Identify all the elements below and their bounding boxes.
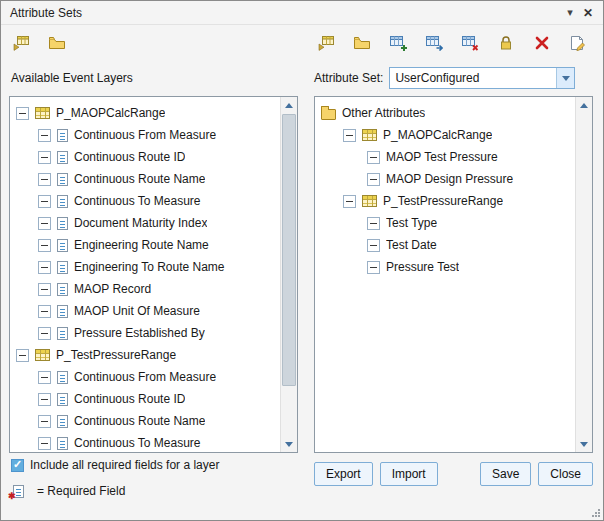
include-required-fields-row[interactable]: Include all required fields for a layer bbox=[11, 458, 219, 472]
tree-label: MAOP Record bbox=[74, 282, 151, 296]
left-scrollbar[interactable] bbox=[280, 97, 297, 452]
collapse-icon[interactable] bbox=[38, 217, 51, 230]
edit-attribute-set-icon[interactable] bbox=[566, 31, 590, 55]
tree-row-field[interactable]: Continuous Route Name bbox=[10, 168, 280, 190]
collapse-icon[interactable] bbox=[38, 393, 51, 406]
resize-grip[interactable] bbox=[590, 507, 601, 518]
tree-row-field[interactable]: Continuous Route ID bbox=[10, 388, 280, 410]
available-layers-panel: P_MAOPCalcRange Continuous From Measure … bbox=[9, 96, 298, 453]
required-field-icon bbox=[13, 485, 24, 498]
tree-row-field[interactable]: MAOP Record bbox=[10, 278, 280, 300]
titlebar[interactable]: Attribute Sets bbox=[1, 1, 603, 25]
tree-row-field[interactable]: Test Type bbox=[315, 212, 575, 234]
collapse-icon[interactable] bbox=[38, 261, 51, 274]
required-field-legend: = Required Field bbox=[13, 484, 125, 498]
scroll-up-icon[interactable] bbox=[281, 97, 297, 113]
collapse-icon[interactable] bbox=[38, 415, 51, 428]
available-layers-label: Available Event Layers bbox=[11, 71, 133, 85]
save-button[interactable]: Save bbox=[480, 462, 531, 486]
collapse-icon[interactable] bbox=[38, 371, 51, 384]
export-button[interactable]: Export bbox=[314, 462, 373, 486]
scroll-down-icon[interactable] bbox=[576, 436, 592, 452]
event-layer-icon bbox=[35, 107, 50, 119]
tree-row-field[interactable]: MAOP Design Pressure bbox=[315, 168, 575, 190]
collapse-icon[interactable] bbox=[16, 349, 29, 362]
scroll-up-icon[interactable] bbox=[576, 97, 592, 113]
collapse-icon[interactable] bbox=[38, 129, 51, 142]
tree-row-field[interactable]: Continuous To Measure bbox=[10, 190, 280, 212]
tree-label: Continuous To Measure bbox=[74, 436, 201, 450]
delete-attribute-set-icon[interactable] bbox=[530, 31, 554, 55]
lock-attribute-set-icon[interactable] bbox=[494, 31, 518, 55]
collapse-icon[interactable] bbox=[367, 239, 380, 252]
collapse-icon[interactable] bbox=[38, 239, 51, 252]
scroll-thumb[interactable] bbox=[282, 114, 296, 386]
tree-row-field[interactable]: MAOP Test Pressure bbox=[315, 146, 575, 168]
collapse-icon[interactable] bbox=[38, 327, 51, 340]
collapse-icon[interactable] bbox=[343, 195, 356, 208]
new-attribute-set-icon[interactable] bbox=[314, 31, 338, 55]
open-attribute-set-icon[interactable] bbox=[350, 31, 374, 55]
tree-row-field[interactable]: Continuous To Measure bbox=[10, 432, 280, 452]
tree-label: Pressure Test bbox=[386, 260, 459, 274]
collapse-icon[interactable] bbox=[38, 305, 51, 318]
collapse-icon[interactable] bbox=[16, 107, 29, 120]
tree-row-field[interactable]: Engineering Route Name bbox=[10, 234, 280, 256]
include-required-checkbox[interactable] bbox=[11, 459, 24, 472]
right-scrollbar[interactable] bbox=[575, 97, 592, 452]
field-icon bbox=[57, 371, 68, 384]
add-attribute-icon[interactable] bbox=[386, 31, 410, 55]
field-icon bbox=[57, 305, 68, 318]
tree-row-layer[interactable]: P_MAOPCalcRange bbox=[315, 124, 575, 146]
collapse-icon[interactable] bbox=[367, 151, 380, 164]
field-icon bbox=[57, 217, 68, 230]
tree-row-layer[interactable]: P_MAOPCalcRange bbox=[10, 102, 280, 124]
tree-row-field[interactable]: Document Maturity Index bbox=[10, 212, 280, 234]
tree-label: P_MAOPCalcRange bbox=[383, 128, 492, 142]
tree-label: P_MAOPCalcRange bbox=[56, 106, 165, 120]
tree-row-field[interactable]: Engineering To Route Name bbox=[10, 256, 280, 278]
include-required-label: Include all required fields for a layer bbox=[30, 458, 219, 472]
scroll-down-icon[interactable] bbox=[281, 436, 297, 452]
tree-row-field[interactable]: Continuous From Measure bbox=[10, 124, 280, 146]
collapse-icon[interactable] bbox=[38, 173, 51, 186]
collapse-icon[interactable] bbox=[38, 195, 51, 208]
collapse-icon[interactable] bbox=[367, 261, 380, 274]
collapse-icon[interactable] bbox=[38, 437, 51, 450]
tree-row-field[interactable]: Continuous Route ID bbox=[10, 146, 280, 168]
tree-row-root[interactable]: Other Attributes bbox=[315, 102, 575, 124]
attribute-set-dropdown[interactable]: UserConfigured bbox=[389, 67, 575, 89]
field-icon bbox=[57, 151, 68, 164]
field-icon bbox=[57, 261, 68, 274]
tree-label: Continuous Route ID bbox=[74, 392, 185, 406]
tree-row-field[interactable]: MAOP Unit Of Measure bbox=[10, 300, 280, 322]
collapse-icon[interactable] bbox=[367, 173, 380, 186]
collapse-icon[interactable] bbox=[38, 283, 51, 296]
dropdown-button[interactable] bbox=[556, 68, 574, 88]
tree-row-layer[interactable]: P_TestPressureRange bbox=[10, 344, 280, 366]
open-event-layers-icon[interactable] bbox=[45, 31, 69, 55]
collapse-icon[interactable] bbox=[367, 217, 380, 230]
tree-row-field[interactable]: Continuous From Measure bbox=[10, 366, 280, 388]
close-icon[interactable] bbox=[579, 4, 597, 22]
tree-label: MAOP Design Pressure bbox=[386, 172, 513, 186]
attribute-set-label: Attribute Set: bbox=[314, 71, 383, 85]
import-button[interactable]: Import bbox=[380, 462, 438, 486]
tree-row-field[interactable]: Pressure Test bbox=[315, 256, 575, 278]
tree-row-field[interactable]: Pressure Established By bbox=[10, 322, 280, 344]
remove-attribute-icon[interactable] bbox=[458, 31, 482, 55]
apply-attribute-icon[interactable] bbox=[422, 31, 446, 55]
tree-label: Continuous From Measure bbox=[74, 128, 216, 142]
field-icon bbox=[57, 239, 68, 252]
field-icon bbox=[57, 415, 68, 428]
close-button[interactable]: Close bbox=[538, 462, 593, 486]
menu-caret-icon[interactable] bbox=[561, 4, 579, 22]
tree-row-layer[interactable]: P_TestPressureRange bbox=[315, 190, 575, 212]
tree-row-field[interactable]: Continuous Route Name bbox=[10, 410, 280, 432]
collapse-icon[interactable] bbox=[38, 151, 51, 164]
add-event-layer-icon[interactable] bbox=[9, 31, 33, 55]
tree-row-field[interactable]: Test Date bbox=[315, 234, 575, 256]
toolbar-right bbox=[314, 31, 590, 55]
collapse-icon[interactable] bbox=[343, 129, 356, 142]
field-icon bbox=[57, 173, 68, 186]
